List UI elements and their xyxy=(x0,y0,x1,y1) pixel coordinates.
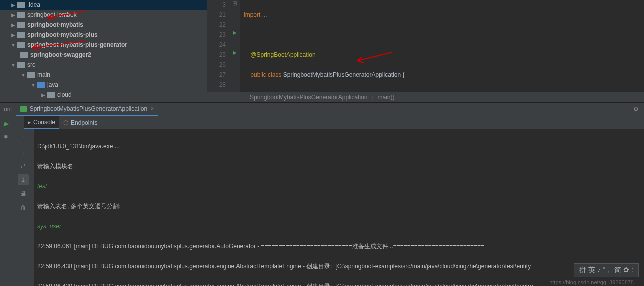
tree-item-java[interactable]: java xyxy=(0,80,207,90)
code-text: ... xyxy=(260,11,267,18)
tree-label: springboot-lombok xyxy=(28,11,77,18)
chevron-down-icon xyxy=(10,42,17,48)
console-line: 22:59:06.061 [main] DEBUG com.baomidou.m… xyxy=(38,241,641,251)
keyword: public xyxy=(250,71,268,78)
tree-item-main[interactable]: main xyxy=(0,70,207,80)
tree-label: springboot-swagger2 xyxy=(30,51,92,58)
console-tab[interactable]: ▸ Console xyxy=(24,116,60,129)
breadcrumb-separator: › xyxy=(372,94,374,101)
run-tabs-bar: un: SpringbootMybatisPlusGeneratorApplic… xyxy=(0,102,644,116)
folder-icon xyxy=(17,12,25,18)
tree-label: springboot-mybatis-plus-generator xyxy=(28,41,128,48)
run-config-tab[interactable]: SpringbootMybatisPlusGeneratorApplicatio… xyxy=(16,102,158,116)
tree-item-idea[interactable]: .idea xyxy=(0,0,207,10)
chevron-down-icon xyxy=(10,62,17,68)
console-tab-label: Console xyxy=(34,119,56,126)
console-line: 请输入模块名: xyxy=(38,161,641,171)
line-number: 28 xyxy=(208,80,226,90)
tree-label: main xyxy=(38,71,50,78)
keyword: import xyxy=(244,11,260,18)
clear-button[interactable]: 🗑 xyxy=(18,202,29,213)
breadcrumb-bar[interactable]: SpringbootMybatisPlusGeneratorApplicatio… xyxy=(208,92,644,102)
tree-item-generator[interactable]: springboot-mybatis-plus-generator xyxy=(0,40,207,50)
annotation: @SpringBootApplication xyxy=(250,51,316,58)
watermark: 拼 英 ♪ °， 简 ✿ : xyxy=(574,263,639,277)
watermark-text: 拼 英 ♪ °， 简 ✿ : xyxy=(580,266,634,274)
console-tabs: ▸ Console ⬡ Endpoints xyxy=(12,116,644,129)
folder-icon xyxy=(17,62,25,68)
project-tree[interactable]: .idea springboot-lombok springboot-mybat… xyxy=(0,0,208,102)
tree-item-mybatis[interactable]: springboot-mybatis xyxy=(0,20,207,30)
folder-icon xyxy=(17,32,25,38)
tree-item-cloud[interactable]: cloud xyxy=(0,90,207,100)
console-line: 22:59:06.438 [main] DEBUG com.baomidou.m… xyxy=(38,261,641,271)
chevron-right-icon xyxy=(10,22,17,28)
folder-icon xyxy=(20,52,28,58)
code-content[interactable]: import ... @SpringBootApplication public… xyxy=(240,0,644,92)
console-toolbar: ↑ ↓ ⇄ ⤓ 🖶 🗑 xyxy=(12,129,34,286)
watermark-url: https://blog.csdn.net/qq_39290878 xyxy=(550,279,634,285)
console-input: test xyxy=(38,181,641,191)
line-number: 23 xyxy=(208,30,226,40)
folder-icon xyxy=(37,82,45,88)
folder-icon xyxy=(47,92,55,98)
run-config-icon xyxy=(20,106,27,112)
scroll-to-end-button[interactable]: ⤓ xyxy=(18,174,29,185)
console-output[interactable]: D:\jdk1.8.0_131\bin\java.exe ... 请输入模块名:… xyxy=(34,129,644,286)
class-name: SpringbootMybatisPlusGeneratorApplicatio… xyxy=(284,71,405,78)
folder-icon xyxy=(27,72,35,78)
tree-label: java xyxy=(48,81,58,88)
breadcrumb-item[interactable]: main() xyxy=(378,94,394,101)
line-number: 24 xyxy=(208,40,226,50)
line-number: 27 xyxy=(208,70,226,80)
chevron-down-icon xyxy=(30,82,37,88)
up-button[interactable]: ↑ xyxy=(18,132,29,143)
line-number: 22 xyxy=(208,20,226,30)
run-class-icon[interactable]: ▶ xyxy=(230,30,240,40)
print-button[interactable]: 🖶 xyxy=(18,188,29,199)
endpoints-tab-label: Endpoints xyxy=(71,119,98,126)
editor-area: 3 21 22 23 24 25 26 27 28 ⊞ ▶ ▶ import .… xyxy=(208,0,644,102)
stop-button[interactable]: ■ xyxy=(0,131,12,142)
rerun-button[interactable]: ▶ xyxy=(0,118,12,129)
line-number: 3 xyxy=(208,0,226,10)
line-number: 26 xyxy=(208,60,226,70)
down-button[interactable]: ↓ xyxy=(18,146,29,157)
code-editor[interactable]: 3 21 22 23 24 25 26 27 28 ⊞ ▶ ▶ import .… xyxy=(208,0,644,92)
run-label: un: xyxy=(0,106,16,113)
wrap-button[interactable]: ⇄ xyxy=(18,160,29,171)
tree-label: src xyxy=(28,61,36,68)
close-icon[interactable]: × xyxy=(150,105,154,112)
tree-label: springboot-mybatis xyxy=(28,21,84,28)
folder-icon xyxy=(17,22,25,28)
tree-item-swagger[interactable]: springboot-swagger2 xyxy=(0,50,207,60)
tree-label: cloud xyxy=(58,91,72,98)
chevron-down-icon xyxy=(20,72,27,78)
console-input: sys_user xyxy=(38,221,641,231)
tree-item-src[interactable]: src xyxy=(0,60,207,70)
line-number: 21 xyxy=(208,10,226,20)
endpoints-tab[interactable]: ⬡ Endpoints xyxy=(60,116,102,129)
console-icon: ▸ xyxy=(28,119,31,126)
watermark-url-text: https://blog.csdn.net/qq_39290878 xyxy=(550,279,634,285)
chevron-right-icon xyxy=(10,32,17,38)
chevron-right-icon xyxy=(10,12,17,18)
keyword: class xyxy=(268,71,284,78)
chevron-right-icon xyxy=(40,92,47,98)
tree-label: springboot-mybatis-plus xyxy=(28,31,98,38)
fold-icon[interactable]: ⊞ xyxy=(230,0,240,10)
folder-icon xyxy=(17,2,25,8)
run-method-icon[interactable]: ▶ xyxy=(230,50,240,60)
run-panel: un: SpringbootMybatisPlusGeneratorApplic… xyxy=(0,102,644,286)
run-config-label: SpringbootMybatisPlusGeneratorApplicatio… xyxy=(30,105,148,112)
gear-icon[interactable]: ⚙ xyxy=(634,106,639,113)
gutter-icons: ⊞ ▶ ▶ xyxy=(230,0,240,92)
breadcrumb-item[interactable]: SpringbootMybatisPlusGeneratorApplicatio… xyxy=(250,94,368,101)
tree-item-mybatisplus[interactable]: springboot-mybatis-plus xyxy=(0,30,207,40)
tree-label: .idea xyxy=(28,1,40,8)
tree-item-lombok[interactable]: springboot-lombok xyxy=(0,10,207,20)
console-line: 请输入表名, 多个英文逗号分割: xyxy=(38,201,641,211)
endpoints-icon: ⬡ xyxy=(64,119,68,126)
line-number: 25 xyxy=(208,50,226,60)
line-gutter: 3 21 22 23 24 25 26 27 28 xyxy=(208,0,230,92)
